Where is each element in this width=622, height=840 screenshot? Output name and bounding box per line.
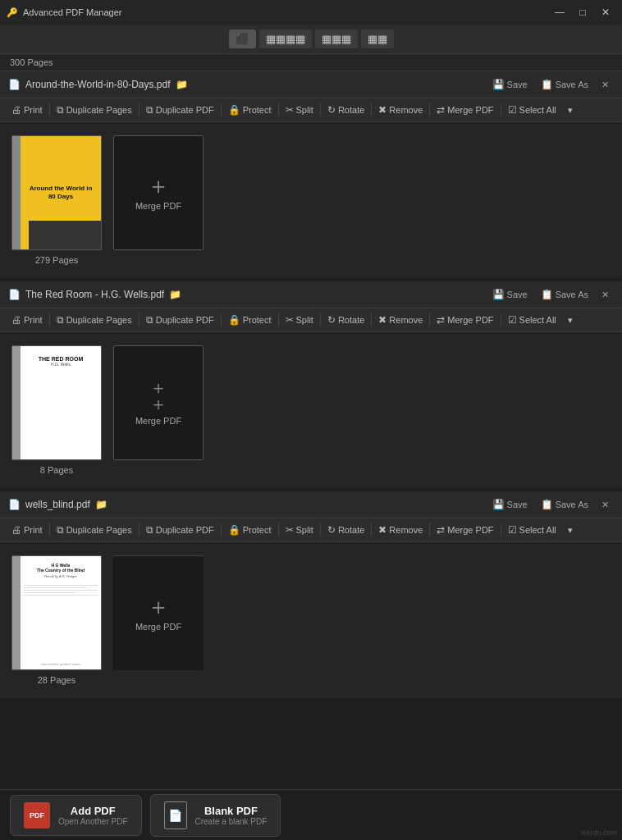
split-button-doc2[interactable]: ✂ Split bbox=[281, 312, 318, 328]
pdf-thumbnail-doc3[interactable]: H G Wells The Country of the Blind Retol… bbox=[11, 555, 102, 685]
blank-pdf-icon: 📄 bbox=[164, 801, 187, 829]
sep-d2-2 bbox=[139, 313, 139, 326]
duplicate-pdf-button-doc3[interactable]: ⧉ Duplicate PDF bbox=[141, 522, 219, 538]
duplicate-pages-button-doc3[interactable]: ⧉ Duplicate Pages bbox=[52, 522, 137, 538]
rotate-button-doc1[interactable]: ↻ Rotate bbox=[322, 102, 369, 118]
protect-button-doc2[interactable]: 🔒 Protect bbox=[223, 312, 277, 328]
print-button-doc3[interactable]: 🖨 Print bbox=[7, 522, 48, 538]
pdf-card-header-doc1: 📄 Around-the-World-in-80-Days.pdf 📁 💾 Sa… bbox=[0, 71, 622, 98]
select-all-button-doc2[interactable]: ☑ Select All bbox=[503, 312, 561, 328]
add-pdf-icon: PDF bbox=[24, 802, 50, 829]
close-doc2-button[interactable]: ✕ bbox=[597, 287, 614, 303]
cover-title-doc2: THE RED ROOM bbox=[39, 356, 83, 362]
merge-pdf-toolbar-button-doc3[interactable]: ⇄ Merge PDF bbox=[432, 522, 498, 538]
rotate-button-doc3[interactable]: ↻ Rotate bbox=[322, 522, 369, 538]
plus-icon-doc1: ＋ bbox=[147, 175, 170, 198]
duplicate-pdf-icon-doc2: ⧉ bbox=[146, 314, 153, 326]
duplicate-pages-button-doc2[interactable]: ⧉ Duplicate Pages bbox=[52, 312, 137, 328]
remove-button-doc1[interactable]: ✖ Remove bbox=[373, 102, 428, 118]
pages-area-doc3: H G Wells The Country of the Blind Retol… bbox=[0, 542, 622, 698]
bottom-bar: PDF Add PDF Open Another PDF 📄 Blank PDF… bbox=[0, 789, 622, 840]
sep-d2-3 bbox=[221, 313, 222, 326]
view-tile-button[interactable]: ▦▦▦ bbox=[315, 30, 358, 48]
minimize-button[interactable]: — bbox=[550, 4, 569, 21]
merge-icon-doc2: ⇄ bbox=[437, 314, 445, 326]
print-button-doc1[interactable]: 🖨 Print bbox=[7, 102, 48, 118]
save-as-button-doc3[interactable]: 📋 Save As bbox=[536, 496, 593, 513]
merge-pdf-thumb-doc2[interactable]: ＋ ＋ Merge PDF bbox=[113, 345, 204, 460]
thumb-spine-doc3 bbox=[12, 556, 21, 669]
blank-pdf-button[interactable]: 📄 Blank PDF Create a blank PDF bbox=[150, 794, 281, 837]
close-doc1-button[interactable]: ✕ bbox=[597, 77, 614, 93]
print-icon-doc3: 🖨 bbox=[11, 524, 21, 536]
save-icon-doc1: 💾 bbox=[492, 79, 505, 90]
maximize-button[interactable]: □ bbox=[573, 4, 592, 21]
save-as-icon-doc3: 📋 bbox=[541, 499, 553, 510]
pdf-toolbar-doc2: 🖨 Print ⧉ Duplicate Pages ⧉ Duplicate PD… bbox=[0, 308, 622, 332]
folder-icon-doc2: 📁 bbox=[169, 289, 181, 300]
add-pdf-button[interactable]: PDF Add PDF Open Another PDF bbox=[10, 795, 142, 836]
cutoff-page-count: 300 Pages bbox=[10, 57, 53, 67]
save-button-doc1[interactable]: 💾 Save bbox=[487, 76, 533, 93]
remove-icon-doc2: ✖ bbox=[378, 314, 386, 326]
top-toolbar: ⬛ ▦▦▦▦ ▦▦▦ ▦▦ bbox=[0, 25, 622, 54]
duplicate-pdf-button-doc1[interactable]: ⧉ Duplicate PDF bbox=[141, 102, 219, 118]
duplicate-pdf-button-doc2[interactable]: ⧉ Duplicate PDF bbox=[141, 312, 219, 328]
select-all-button-doc1[interactable]: ☑ Select All bbox=[503, 102, 561, 118]
view-list-button[interactable]: ▦▦▦▦ bbox=[259, 30, 312, 48]
pdf-filename-doc3: wells_blind.pdf bbox=[25, 499, 90, 510]
more-button-doc3[interactable]: ▾ bbox=[563, 523, 578, 538]
more-button-doc2[interactable]: ▾ bbox=[563, 313, 578, 328]
print-button-doc2[interactable]: 🖨 Print bbox=[7, 312, 48, 328]
pdf-card-doc3: 📄 wells_blind.pdf 📁 💾 Save 📋 Save As ✕ 🖨 bbox=[0, 491, 622, 700]
merge-pdf-thumb-doc3[interactable]: ＋ Merge PDF bbox=[113, 555, 204, 670]
view-grid-button[interactable]: ⬛ bbox=[229, 30, 256, 48]
sep-d2-5 bbox=[320, 313, 321, 326]
print-icon-doc1: 🖨 bbox=[11, 104, 21, 116]
save-button-doc2[interactable]: 💾 Save bbox=[487, 286, 533, 303]
blank-pdf-sub: Create a blank PDF bbox=[195, 817, 268, 826]
rotate-button-doc2[interactable]: ↻ Rotate bbox=[322, 312, 369, 328]
title-bar-left: 🔑 Advanced PDF Manager bbox=[7, 7, 121, 18]
lock-icon-doc3: 🔒 bbox=[228, 524, 240, 536]
save-as-button-doc2[interactable]: 📋 Save As bbox=[536, 286, 593, 303]
more-button-doc1[interactable]: ▾ bbox=[563, 103, 578, 118]
page-count-doc1: 279 Pages bbox=[35, 255, 79, 265]
split-button-doc1[interactable]: ✂ Split bbox=[281, 102, 318, 118]
pdf-file-icon-doc2: 📄 bbox=[8, 289, 21, 300]
sep-d3-7 bbox=[429, 523, 430, 536]
pdf-card-doc1: 📄 Around-the-World-in-80-Days.pdf 📁 💾 Sa… bbox=[0, 71, 622, 280]
cover-subtitle-doc3: The Country of the Blind bbox=[37, 568, 85, 573]
sep-d3-5 bbox=[320, 523, 321, 536]
select-all-button-doc3[interactable]: ☑ Select All bbox=[503, 522, 561, 538]
select-all-icon-doc1: ☑ bbox=[508, 104, 517, 116]
merge-pdf-toolbar-button-doc2[interactable]: ⇄ Merge PDF bbox=[432, 312, 498, 328]
sep8 bbox=[501, 103, 501, 116]
pdf-card-header-doc3: 📄 wells_blind.pdf 📁 💾 Save 📋 Save As ✕ bbox=[0, 491, 622, 518]
close-doc3-button[interactable]: ✕ bbox=[597, 497, 614, 513]
split-button-doc3[interactable]: ✂ Split bbox=[281, 522, 318, 538]
remove-button-doc2[interactable]: ✖ Remove bbox=[373, 312, 428, 328]
pdf-card-title-doc3: 📄 wells_blind.pdf 📁 bbox=[8, 499, 107, 510]
sep4 bbox=[278, 103, 279, 116]
merge-pdf-button-doc1[interactable]: ⇄ Merge PDF bbox=[432, 102, 498, 118]
sep6 bbox=[371, 103, 372, 116]
thumb-wrapper-doc1: Around the World in 80 Days bbox=[11, 135, 102, 250]
list-icon: ▦▦▦▦ bbox=[266, 33, 305, 45]
cover-footer-doc3: intermediate graded reader bbox=[41, 613, 80, 666]
merge-pdf-thumb-doc1[interactable]: ＋ Merge PDF bbox=[113, 135, 204, 250]
cutoff-section: 300 Pages bbox=[0, 54, 622, 71]
close-button[interactable]: ✕ bbox=[596, 4, 615, 21]
pdf-thumbnail-doc1[interactable]: Around the World in 80 Days 279 Pages bbox=[11, 135, 102, 265]
cover-white-doc3: H G Wells The Country of the Blind Retol… bbox=[21, 556, 101, 669]
view-wide-button[interactable]: ▦▦ bbox=[361, 30, 394, 48]
sep-d3-8 bbox=[501, 523, 501, 536]
remove-button-doc3[interactable]: ✖ Remove bbox=[373, 522, 428, 538]
save-button-doc3[interactable]: 💾 Save bbox=[487, 496, 533, 513]
protect-button-doc3[interactable]: 🔒 Protect bbox=[223, 522, 277, 538]
protect-button-doc1[interactable]: 🔒 Protect bbox=[223, 102, 277, 118]
duplicate-pages-button-doc1[interactable]: ⧉ Duplicate Pages bbox=[52, 102, 137, 118]
save-as-button-doc1[interactable]: 📋 Save As bbox=[536, 76, 593, 93]
merge-icon-doc1: ⇄ bbox=[437, 104, 445, 116]
pdf-thumbnail-doc2[interactable]: THE RED ROOM H.G. Wells 8 Pages bbox=[11, 345, 102, 475]
